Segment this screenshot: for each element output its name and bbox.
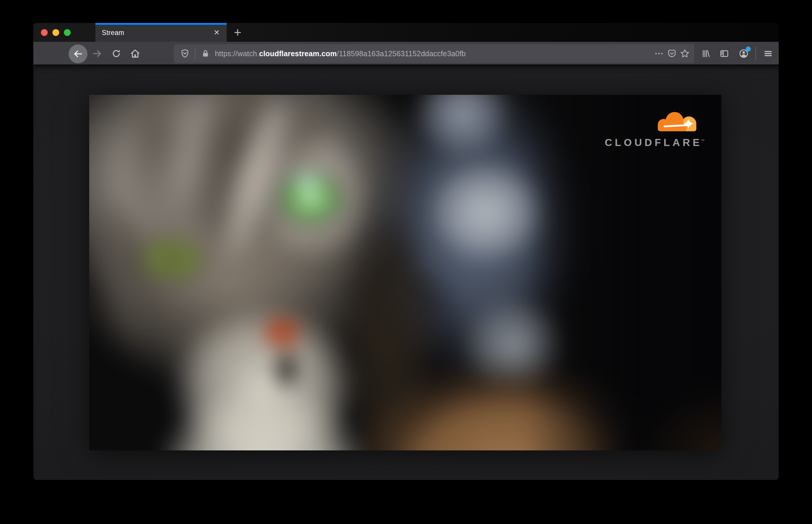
new-tab-button[interactable]: + — [230, 23, 245, 42]
star-icon — [680, 48, 690, 59]
sidebar-icon — [719, 49, 729, 59]
home-icon — [130, 48, 141, 59]
cat-left-eye — [135, 235, 209, 284]
shield-icon — [180, 49, 190, 59]
page-actions-button[interactable] — [652, 47, 665, 60]
urlbar-divider — [195, 48, 195, 59]
navigation-toolbar: https://watch.cloudflarestream.com/11859… — [33, 42, 779, 65]
menu-button[interactable] — [762, 47, 775, 60]
page-action-buttons — [652, 47, 691, 60]
account-notification-dot — [746, 47, 751, 51]
video-player[interactable]: CLOUDFLARE™ — [89, 95, 721, 451]
url-path: /118598a163a125631152ddaccfe3a0fb — [337, 49, 466, 58]
active-tab-indicator — [95, 23, 227, 25]
save-to-pocket-button[interactable] — [665, 47, 678, 60]
tab-title: Stream — [102, 29, 124, 37]
tab-bar: Stream ✕ + — [33, 23, 779, 42]
lock-icon — [201, 49, 210, 58]
window-controls — [41, 23, 71, 42]
connection-security-button[interactable] — [199, 47, 212, 60]
window-minimize-button[interactable] — [52, 29, 59, 36]
cloudflare-wordmark: CLOUDFLARE™ — [605, 136, 705, 148]
cloudflare-cloud-icon — [651, 110, 702, 134]
library-button[interactable] — [700, 47, 713, 60]
home-button[interactable] — [129, 47, 142, 60]
cloudflare-watermark: CLOUDFLARE™ — [605, 110, 705, 148]
url-domain: cloudflarestream.com — [259, 49, 337, 58]
toolbar-divider — [756, 47, 756, 61]
library-icon — [701, 49, 711, 59]
sidebars-button[interactable] — [718, 47, 731, 60]
page-content: CLOUDFLARE™ — [33, 65, 779, 479]
window-close-button[interactable] — [41, 29, 48, 36]
url-prefix: https://watch. — [215, 49, 259, 58]
window-zoom-button[interactable] — [64, 29, 71, 36]
tab-stream[interactable]: Stream ✕ — [95, 23, 227, 42]
cat-nose — [261, 314, 304, 350]
back-button[interactable] — [69, 45, 87, 63]
bookmark-button[interactable] — [678, 47, 691, 60]
forward-icon — [92, 48, 102, 59]
trademark-symbol: ™ — [701, 138, 705, 143]
back-icon — [73, 49, 83, 59]
forward-button[interactable] — [91, 47, 104, 60]
account-button[interactable] — [737, 47, 750, 60]
browser-window: Stream ✕ + — [33, 23, 779, 480]
ellipsis-icon — [654, 49, 664, 59]
pocket-icon — [667, 49, 677, 59]
hamburger-icon — [763, 49, 773, 59]
tracking-protection-button[interactable] — [178, 47, 191, 60]
address-bar[interactable]: https://watch.cloudflarestream.com/11859… — [174, 44, 694, 63]
url-text: https://watch.cloudflarestream.com/11859… — [215, 49, 466, 58]
reload-button[interactable] — [110, 47, 123, 60]
tab-close-button[interactable]: ✕ — [211, 27, 222, 38]
reload-icon — [111, 49, 121, 59]
